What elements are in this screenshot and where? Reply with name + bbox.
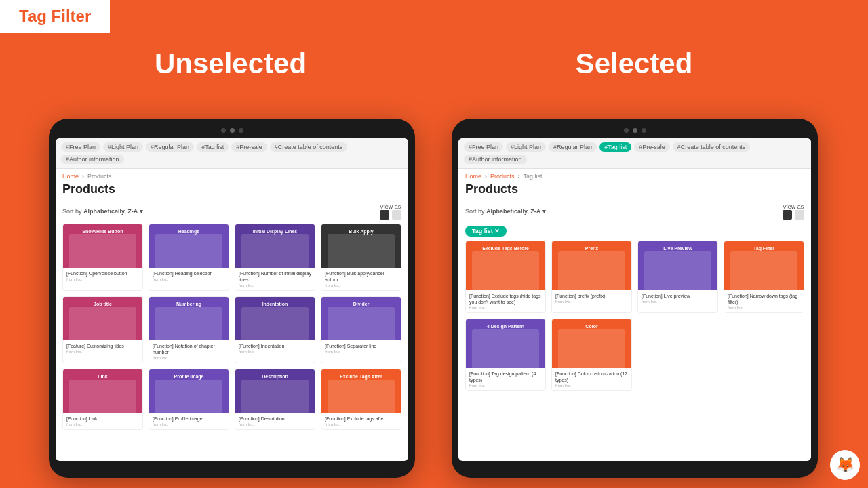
grid-view-icon-right[interactable] — [783, 210, 792, 220]
card-description: Description [Function] Description from … — [235, 369, 315, 430]
card-tag-filter: Tag Filter [Function] Narrow down tags (… — [724, 241, 804, 313]
card-exclude-tags-before: Exclude Tags Before [Function] Exclude t… — [465, 241, 546, 313]
tag-tag-list-left[interactable]: #Tag list — [197, 142, 229, 152]
card-exclude-tags-after: Exclude Tags After [Function] Exclude ta… — [321, 369, 401, 430]
tag-light-plan-left[interactable]: #Light Plan — [103, 142, 143, 152]
breadcrumb-home-left[interactable]: Home — [62, 173, 79, 180]
tag-light-plan-right[interactable]: #Light Plan — [506, 142, 546, 152]
card-job-title: Job title [Feature] Customizing titles f… — [62, 296, 143, 363]
tags-bar-right: #Free Plan #Light Plan #Regular Plan #Ta… — [458, 138, 811, 169]
cam-dot — [221, 128, 226, 133]
tags-bar-left: #Free Plan #Light Plan #Regular Plan #Ta… — [56, 138, 408, 169]
product-grid-right: Exclude Tags Before [Function] Exclude t… — [458, 241, 811, 395]
sort-bar-right: Sort by Alphabetically, Z-A ▾ View as — [458, 201, 811, 224]
unselected-heading: Unselected — [155, 47, 307, 80]
card-indentation: Indentation [Function] Indentation from … — [235, 296, 315, 363]
breadcrumb-tag-list-right: Tag list — [523, 173, 542, 180]
tag-free-plan-right[interactable]: #Free Plan — [464, 142, 503, 152]
tag-list-badge[interactable]: Tag list ✕ — [465, 226, 507, 237]
breadcrumb-products-left: Products — [87, 173, 112, 180]
tag-create-toc-right[interactable]: #Create table of contents — [673, 142, 751, 152]
tag-create-toc-left[interactable]: #Create table of contents — [270, 142, 348, 152]
tablet-camera-right — [458, 128, 811, 133]
tablet-screen-left: #Free Plan #Light Plan #Regular Plan #Ta… — [56, 138, 408, 461]
sort-label-right: Sort by Alphabetically, Z-A ▾ — [465, 208, 546, 215]
card-live-preview: Live Preview [Function] Live preview fro… — [637, 241, 718, 313]
selected-heading: Selected — [576, 47, 693, 80]
list-view-icon-left[interactable] — [392, 210, 401, 220]
tag-free-plan-left[interactable]: #Free Plan — [61, 142, 100, 152]
card-divider: Divider [Function] Separator line from I… — [321, 296, 401, 363]
tag-regular-plan-right[interactable]: #Regular Plan — [549, 142, 597, 152]
card-design-pattern: 4 Design Pattern [Function] Tag design p… — [465, 319, 546, 391]
tag-regular-plan-left[interactable]: #Regular Plan — [146, 142, 194, 152]
card-profile-image: Profile image [Function] Profile image f… — [149, 369, 229, 430]
view-as-right: View as — [783, 203, 804, 220]
tag-author-info-left[interactable]: #Author information — [61, 155, 124, 164]
card-bulk-apply: Bulk Apply [Function] Bulk apply/cancel … — [321, 224, 401, 291]
breadcrumb-products-right[interactable]: Products — [490, 173, 515, 180]
cam-dot-r-center — [633, 128, 637, 133]
card-link: Link [Function] Link from Inc. — [62, 369, 143, 430]
card-headings: Headings [Function] Heading selection fr… — [149, 224, 229, 291]
cam-dot-right — [239, 128, 243, 133]
tablet-unselected: #Free Plan #Light Plan #Regular Plan #Ta… — [49, 119, 415, 478]
breadcrumb-home-right[interactable]: Home — [465, 173, 481, 180]
card-color: Color [Function] Color customization (12… — [551, 319, 632, 391]
fox-icon[interactable]: 🦊 — [830, 450, 860, 480]
card-numbering: Numbering [Function] Notation of chapter… — [149, 296, 229, 363]
card-prefix: Prefix [Function] prefix (prefix) from I… — [551, 241, 632, 313]
brand-label: Tag Filter — [0, 0, 110, 33]
tablet-camera-left — [56, 128, 408, 133]
tag-presale-left[interactable]: #Pre-sale — [231, 142, 267, 152]
grid-view-icon-left[interactable] — [380, 210, 389, 220]
tag-tag-list-right-active[interactable]: #Tag list — [599, 142, 631, 152]
breadcrumb-left: Home › Products — [56, 169, 408, 181]
tablet-selected: #Free Plan #Light Plan #Regular Plan #Ta… — [452, 119, 818, 478]
breadcrumb-right: Home › Products › Tag list — [458, 169, 811, 181]
list-view-icon-right[interactable] — [795, 210, 804, 220]
tablet-screen-right: #Free Plan #Light Plan #Regular Plan #Ta… — [458, 138, 811, 461]
page-title-left: Products — [56, 181, 408, 201]
page-title-right: Products — [458, 181, 811, 201]
view-as-left: View as — [380, 203, 401, 220]
card-show-hide: Show/Hide Button [Function] Open/close b… — [62, 224, 143, 291]
product-grid-left: Show/Hide Button [Function] Open/close b… — [56, 224, 408, 436]
cam-dot-r3 — [642, 128, 646, 133]
brand-label-text: Tag Filter — [19, 7, 91, 25]
cam-dot-center — [230, 128, 235, 133]
card-initial-display: Initial Display Lines [Function] Number … — [235, 224, 315, 291]
sort-label-left: Sort by Alphabetically, Z-A ▾ — [62, 208, 143, 215]
tag-presale-right[interactable]: #Pre-sale — [634, 142, 670, 152]
tag-author-info-right[interactable]: #Author information — [464, 155, 527, 164]
cam-dot-r1 — [624, 128, 629, 133]
sort-bar-left: Sort by Alphabetically, Z-A ▾ View as — [56, 201, 408, 224]
